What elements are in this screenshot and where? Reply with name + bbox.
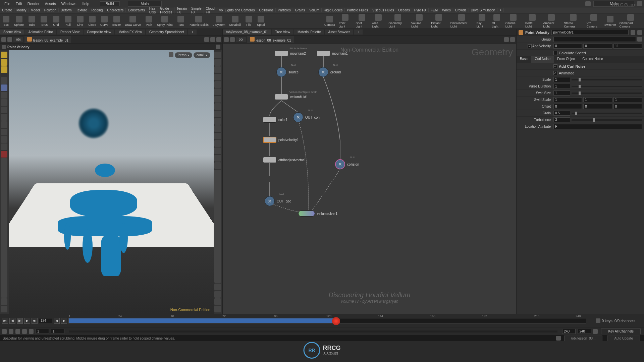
tab-motionfx[interactable]: Motion FX View (115, 29, 145, 35)
tool-7[interactable] (1, 99, 7, 106)
shelf-line[interactable]: Line (74, 13, 86, 28)
tab-rigging[interactable]: Rigging (89, 8, 105, 12)
shelf-grid[interactable]: Grid (50, 13, 62, 28)
swirl-slider[interactable] (572, 93, 642, 94)
key-all-button[interactable]: Key All Channels (601, 328, 641, 334)
shelf-file[interactable]: File (243, 13, 255, 28)
range-rstart[interactable] (51, 329, 64, 334)
tab-lights[interactable]: Lights and Cameras (223, 8, 257, 12)
param-gear-icon[interactable] (631, 30, 635, 35)
rt-b3[interactable] (214, 298, 221, 305)
first-frame-button[interactable]: ⏮ (2, 318, 8, 324)
tab-hairutils[interactable]: Hair Utils (147, 7, 158, 14)
tab-wires[interactable]: Wires (440, 8, 453, 12)
param-name-input[interactable] (551, 30, 629, 35)
node-vellumfluid1[interactable]: vellumfluid1Vellum Configure Grain (275, 94, 308, 100)
cam-badge[interactable]: cam1 ▾ (194, 52, 210, 58)
shelf-curve[interactable]: Curve (98, 13, 110, 28)
loc-input[interactable] (553, 124, 642, 129)
animated-check[interactable]: ✓ (553, 71, 557, 75)
shelf-ambient-light[interactable]: Ambient Light (541, 13, 562, 28)
tab-model[interactable]: Model (29, 8, 42, 12)
shelf-spot-light[interactable]: Spot Light (354, 13, 370, 28)
tab-geospread[interactable]: Geometry Spreadsheet (146, 29, 187, 35)
rt-13[interactable] (214, 140, 221, 147)
shelf-draw-curve[interactable]: Draw Curve (123, 13, 143, 28)
nettab-plus[interactable]: + (354, 29, 363, 35)
tab-deform[interactable]: Deform (59, 8, 74, 12)
target-icon[interactable] (210, 37, 215, 42)
tab-renderview[interactable]: Render View (57, 29, 83, 35)
sscale-y[interactable] (583, 97, 612, 102)
node-outcon[interactable]: ✕OUT_conNull (293, 112, 320, 122)
shelf-point-light[interactable]: Point Light (337, 13, 354, 28)
step-back-button[interactable]: ◀ (54, 318, 60, 324)
range-slider[interactable] (69, 330, 557, 333)
shelf-spiral[interactable]: Spiral (255, 13, 267, 28)
rt-9[interactable] (214, 111, 221, 117)
grain-slider[interactable] (572, 113, 642, 114)
menu-help[interactable]: Help (79, 2, 92, 6)
network-view[interactable]: Geometry Non-Commercial Edition mountain… (223, 44, 516, 314)
pin-icon[interactable] (204, 37, 209, 42)
tab-compview[interactable]: Composite View (84, 29, 114, 35)
tab-particlefluids[interactable]: Particle Fluids (345, 8, 370, 12)
net-fwd-icon[interactable] (230, 37, 235, 42)
tab-guideprocess[interactable]: Guide Process (158, 7, 174, 14)
sr-3[interactable] (15, 329, 20, 334)
node-outgeo[interactable]: ✕OUT_geoNull (265, 196, 291, 206)
offset-z[interactable] (613, 104, 642, 109)
menu-file[interactable]: File (2, 2, 13, 6)
shelf-portal-light[interactable]: Portal Light (523, 13, 541, 28)
tab-cloudfx[interactable]: Cloud FX (204, 7, 217, 14)
range-rend[interactable] (578, 329, 591, 334)
key-toggle-icon[interactable] (593, 329, 598, 334)
shelf-null[interactable]: Null (62, 13, 74, 28)
tab-polygon[interactable]: Polygon (42, 8, 59, 12)
tab-fem[interactable]: FEM (429, 8, 440, 12)
tool-11[interactable] (1, 129, 7, 135)
tab-pyrofx[interactable]: Pyro FX (412, 8, 429, 12)
rt-10[interactable] (214, 118, 221, 125)
nettab-mat[interactable]: Material Palette (294, 29, 324, 35)
tab-create[interactable]: Create (0, 8, 14, 12)
playhead-marker[interactable] (332, 317, 340, 325)
opts-icon[interactable] (216, 37, 221, 42)
scale-input[interactable] (553, 77, 570, 82)
node-vellumsolver1[interactable]: vellumsolver1 (298, 210, 337, 217)
lock-tool[interactable] (1, 84, 7, 91)
lock-icon[interactable] (169, 52, 173, 57)
range-start[interactable] (36, 329, 49, 334)
rt-15[interactable] (214, 155, 221, 162)
tool-10[interactable] (1, 121, 7, 128)
net-path-obj[interactable]: obj (236, 37, 246, 42)
rt-b4[interactable] (214, 306, 221, 312)
shelf-stereo-camera[interactable]: Stereo Camera (562, 13, 584, 28)
param-help-icon[interactable] (637, 30, 642, 35)
back-icon[interactable] (1, 37, 6, 42)
nettab-asset[interactable]: Asset Browser (325, 29, 353, 35)
rt-11[interactable] (214, 125, 221, 132)
tab-constraints[interactable]: Constraints (126, 8, 147, 12)
ptab-fromobj[interactable]: From Object (554, 56, 579, 63)
sr-5[interactable] (29, 329, 34, 334)
tool-btm1[interactable] (1, 298, 7, 305)
sscale-z[interactable] (613, 97, 642, 102)
rt-b2[interactable] (214, 291, 221, 298)
shelf-volume-light[interactable]: Volume Light (409, 13, 429, 28)
tool-2[interactable] (1, 59, 7, 66)
shelf-metaball[interactable]: Metaball (227, 13, 243, 28)
tab-crowds[interactable]: Crowds (453, 8, 469, 12)
rt-4[interactable] (214, 74, 221, 80)
tab-terrainfx[interactable]: Terrain FX (174, 7, 189, 14)
rt-3[interactable] (214, 66, 221, 73)
node-color1[interactable]: color1 (263, 117, 287, 123)
tool-btm2[interactable] (1, 306, 7, 312)
shelf-geometry-light[interactable]: Geometry Light (386, 13, 409, 28)
rt-8[interactable] (214, 103, 221, 110)
tab-drivesim[interactable]: Drive Simulation (469, 8, 498, 12)
shelf-switcher[interactable]: Switcher (603, 13, 617, 28)
node-mountain2[interactable]: mountain2Attribute Noise (275, 50, 306, 56)
tab-plus[interactable]: + (188, 29, 197, 35)
rt-7[interactable] (214, 96, 221, 103)
